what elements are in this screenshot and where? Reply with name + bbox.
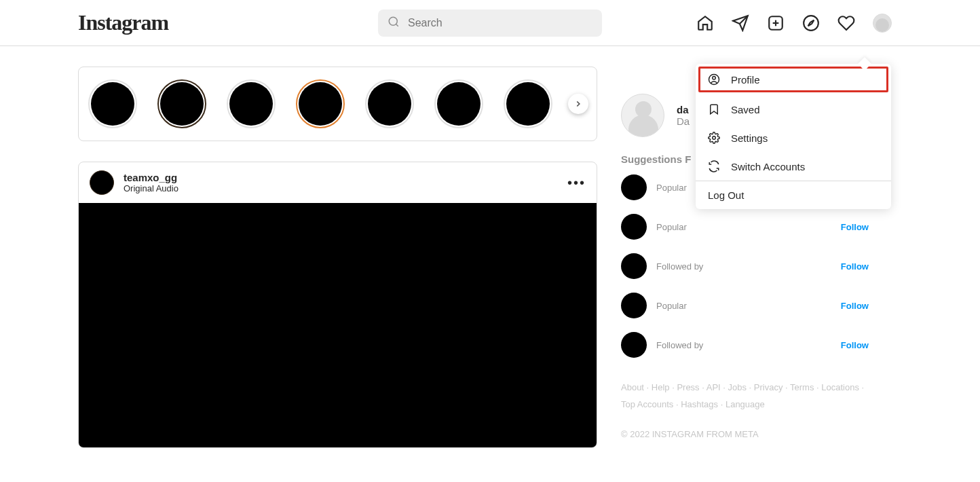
gear-icon [708,132,721,144]
post-user-info: teamxo_gg Original Audio [124,172,567,193]
header-bar: Instagram [0,0,980,46]
home-icon[interactable] [696,14,714,32]
profile-icon [708,73,721,86]
nav-icons [696,14,892,33]
suggestion-avatar[interactable] [621,293,647,318]
instagram-logo[interactable]: Instagram [78,10,168,35]
dropdown-saved[interactable]: Saved [696,95,891,124]
dropdown-label: Switch Accounts [731,161,805,172]
current-user-name[interactable]: da [677,104,690,115]
switch-icon [708,160,721,172]
suggestion-info: Popular [656,222,841,232]
follow-button[interactable]: Follow [841,222,869,232]
suggestion-info: Followed by [656,340,841,350]
story-item[interactable] [504,79,552,128]
suggestion-avatar[interactable] [621,253,647,279]
post-header: teamxo_gg Original Audio ••• [79,162,597,203]
stories-next-button[interactable] [568,94,588,114]
suggestion-sub: Followed by [656,261,841,272]
suggestion-sub: Followed by [656,340,841,350]
dropdown-label: Saved [731,104,760,115]
suggestion-sub: Popular [656,222,841,232]
dropdown-label: Log Out [708,189,744,201]
sidebar-column: da Da Suggestions F Popular Popular Foll… [621,67,869,448]
footer-copyright: © 2022 INSTAGRAM FROM META [621,429,869,439]
new-post-icon[interactable] [767,14,785,32]
feed-post: teamxo_gg Original Audio ••• [78,162,597,448]
dropdown-logout[interactable]: Log Out [696,181,891,209]
story-item[interactable] [365,79,414,128]
search-icon [388,16,400,31]
post-username[interactable]: teamxo_gg [124,172,567,183]
current-user-info: da Da [677,104,690,127]
post-more-icon[interactable]: ••• [567,175,586,191]
post-subtitle[interactable]: Original Audio [124,183,567,193]
svg-line-1 [396,24,398,26]
post-media[interactable] [79,203,597,447]
main-content: teamxo_gg Original Audio ••• da Da Sugge… [0,46,980,448]
explore-icon[interactable] [802,14,820,32]
footer-links[interactable]: About · Help · Press · API · Jobs · Priv… [621,379,869,413]
story-item[interactable] [434,79,483,128]
bookmark-icon [708,103,721,115]
search-wrap [378,10,602,37]
search-input[interactable] [378,10,602,37]
profile-dropdown: Profile Saved Settings Switch Accounts [696,64,891,209]
suggestion-avatar[interactable] [621,174,647,200]
current-user-avatar[interactable] [621,94,664,137]
stories-tray [78,67,597,141]
suggestion-item: Popular Follow [621,214,869,240]
dropdown-label: Profile [731,74,760,86]
suggestion-avatar[interactable] [621,332,647,358]
suggestion-item: Followed by Follow [621,332,869,358]
profile-avatar-icon[interactable] [873,14,892,33]
story-item[interactable] [227,79,276,128]
svg-marker-6 [808,20,814,26]
suggestion-info: Popular [656,301,841,311]
svg-point-8 [713,77,716,80]
dropdown-switch-accounts[interactable]: Switch Accounts [696,152,891,181]
dropdown-label: Settings [731,132,768,144]
story-item[interactable] [296,79,345,128]
dropdown-profile[interactable]: Profile [698,67,888,92]
follow-button[interactable]: Follow [841,340,869,350]
suggestion-info: Followed by [656,261,841,272]
suggestion-item: Followed by Follow [621,253,869,279]
follow-button[interactable]: Follow [841,301,869,311]
story-item[interactable] [157,79,206,128]
story-item[interactable] [88,79,137,128]
follow-button[interactable]: Follow [841,261,869,272]
post-avatar[interactable] [90,170,114,195]
suggestion-avatar[interactable] [621,214,647,240]
suggestion-item: Popular Follow [621,293,869,318]
current-user-sub: Da [677,115,690,127]
svg-point-5 [804,16,818,31]
feed-column: teamxo_gg Original Audio ••• [78,67,597,448]
svg-point-0 [389,17,397,25]
messages-icon[interactable] [732,14,749,32]
suggestion-sub: Popular [656,301,841,311]
dropdown-settings[interactable]: Settings [696,124,891,152]
svg-point-9 [713,136,716,140]
activity-icon[interactable] [837,14,855,32]
